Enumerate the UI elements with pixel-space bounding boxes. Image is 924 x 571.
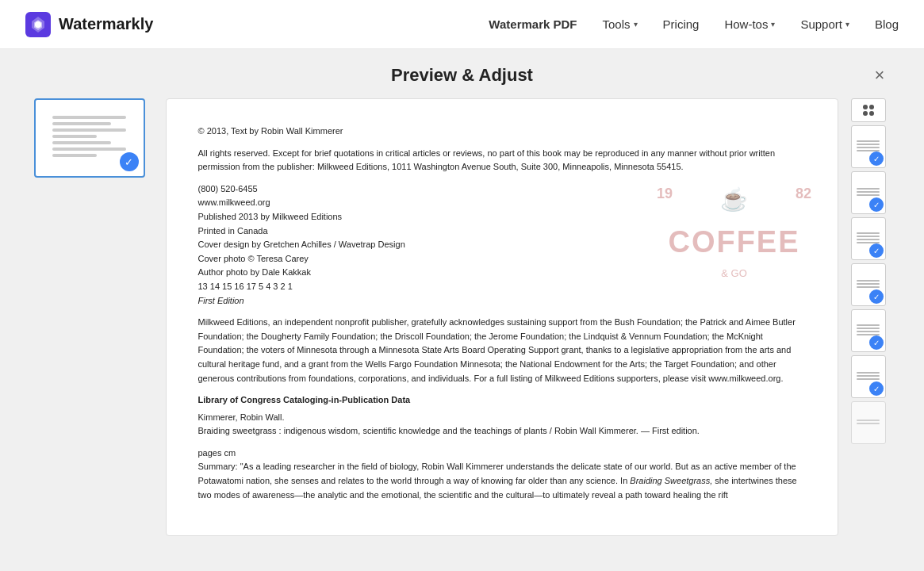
pdf-pages: pages cm [198,446,806,461]
pdf-cover-design: Cover design by Gretchen Achilles / Wave… [198,238,650,252]
right-thumb-line [857,194,880,196]
pdf-kimmerer: Kimmerer, Robin Wall. [198,411,806,425]
watermark-cup-icon: ☕ [720,182,748,218]
watermark-overlay: 19 ☕ 82 COFFEE & GO [663,182,806,282]
right-thumb-line [857,375,880,377]
main-content: Preview & Adjust × ✓ © 2013, Text b [0,49,924,571]
pdf-rights: All rights reserved. Except for brief qu… [198,147,806,174]
right-thumb-7[interactable] [851,401,886,444]
pdf-summary-italic: Braiding Sweetgrass, [630,476,712,485]
right-thumb-line [857,423,880,424]
dot [869,105,874,109]
right-thumb-line [857,378,880,380]
pdf-cataloging-header: Library of Congress Cataloging-in-Public… [198,393,806,408]
thumbnail-check-icon: ✓ [120,152,139,171]
pdf-cover-photo: Cover photo © Teresa Carey [198,252,650,266]
right-thumb-6[interactable]: ✓ [851,355,886,398]
right-thumb-lines-7 [853,416,884,429]
right-thumb-line [857,372,880,374]
logo[interactable]: Watermarkly [25,12,153,37]
right-thumb-line [857,286,880,288]
nav-blog[interactable]: Blog [875,17,899,31]
watermark-years: 19 ☕ 82 [657,182,811,218]
right-thumb-4[interactable]: ✓ [851,263,886,306]
dot [869,111,874,116]
pdf-acknowledgement: Milkweed Editions, an independent nonpro… [198,316,806,385]
logo-icon [25,12,51,37]
thumbnail-1[interactable]: ✓ [34,98,145,178]
pdf-details: (800) 520-6455 www.milkweed.org Publishe… [198,182,650,308]
right-thumb-line [857,324,880,326]
right-thumbnail-panel: ✓ ✓ ✓ [851,98,891,536]
thumb-line [52,116,126,119]
right-thumb-line [857,328,880,329]
thumb-line [52,122,111,125]
pdf-preview[interactable]: © 2013, Text by Robin Wall Kimmerer All … [166,98,838,536]
pdf-contact-watermark-row: (800) 520-6455 www.milkweed.org Publishe… [198,182,806,308]
navbar: Watermarkly Watermark PDF Tools ▾ Pricin… [0,0,924,49]
right-thumb-3[interactable]: ✓ [851,217,886,260]
close-button[interactable]: × [867,63,892,88]
right-thumb-line [857,420,880,421]
pdf-summary-label: Summary: [198,462,238,471]
right-thumb-line [857,232,880,234]
nav-links: Watermark PDF Tools ▾ Pricing How-tos ▾ … [489,17,899,31]
pdf-printed: Printed in Canada [198,224,650,239]
dot [863,111,868,116]
content-area: ✓ © 2013, Text by Robin Wall Kimmerer Al… [34,98,891,536]
right-thumb-check-3: ✓ [869,243,884,258]
right-thumb-check-2: ✓ [869,197,884,212]
thumbnail-panel: ✓ [34,98,153,536]
right-thumb-line [857,147,880,148]
thumb-line [52,135,97,138]
thumb-line [52,154,97,157]
right-thumb-line [857,239,880,240]
right-thumb-line [857,191,880,193]
thumb-line [52,141,111,144]
right-thumb-check-6: ✓ [869,381,884,396]
right-thumb-line [857,144,880,145]
modal-title-row: Preview & Adjust × [0,65,924,86]
dot [863,105,868,109]
pdf-phone: (800) 520-6455 [198,182,650,197]
right-thumb-line [857,331,880,332]
right-thumb-check-4: ✓ [869,289,884,304]
pdf-braiding: Braiding sweetgrass : indigenous wisdom,… [198,424,806,439]
pdf-published: Published 2013 by Milkweed Editions [198,210,650,224]
pdf-website: www.milkweed.org [198,196,650,210]
right-thumb-1[interactable]: ✓ [851,125,886,168]
right-thumb-line [857,280,880,282]
right-thumb-line [857,283,880,285]
svg-point-1 [35,21,41,28]
nav-tools[interactable]: Tools ▾ [603,17,638,31]
nav-support[interactable]: Support ▾ [800,17,849,31]
pdf-numbers: 13 14 15 16 17 5 4 3 2 1 [198,280,650,294]
right-thumb-check-5: ✓ [869,335,884,350]
support-chevron-icon: ▾ [845,20,849,29]
right-thumb-line [857,140,880,142]
thumb-line [52,128,126,132]
pdf-edition: First Edition [198,294,650,308]
thumb-lines-1 [46,109,132,167]
pdf-summary: Summary: "As a leading researcher in the… [198,460,806,502]
dot-grid-icon [863,105,874,116]
nav-howtos[interactable]: How-tos ▾ [724,17,775,31]
right-thumb-check-1: ✓ [869,151,884,166]
modal-title: Preview & Adjust [391,65,533,86]
nav-pricing[interactable]: Pricing [663,17,700,31]
right-panel-options[interactable] [851,98,886,122]
howtos-chevron-icon: ▾ [771,20,775,29]
watermark-year-left: 19 [657,182,673,218]
right-thumb-line [857,188,880,190]
nav-watermark-pdf[interactable]: Watermark PDF [489,17,577,31]
logo-text: Watermarkly [59,15,153,33]
right-thumb-5[interactable]: ✓ [851,309,886,352]
tools-chevron-icon: ▾ [634,20,638,29]
right-thumb-line [857,236,880,237]
right-thumb-2[interactable]: ✓ [851,171,886,214]
thumb-line [52,148,126,151]
pdf-copyright: © 2013, Text by Robin Wall Kimmerer [198,125,806,139]
watermark-title: COFFEE [668,218,799,266]
watermark-year-right: 82 [796,182,811,218]
watermark-sub: & GO [721,266,747,282]
